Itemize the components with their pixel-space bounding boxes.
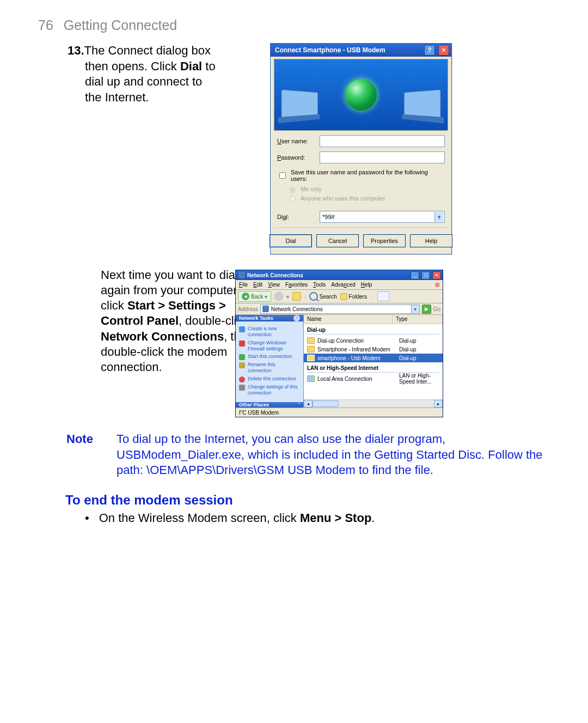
- radio-anyone-label: Anyone who uses this computer: [301, 195, 385, 202]
- connection-icon: [307, 355, 315, 361]
- dial-button[interactable]: Dial: [270, 234, 312, 247]
- task-rename[interactable]: Rename this connection: [239, 362, 300, 374]
- list-item-selected[interactable]: smartphone - Usb ModemDial-up: [304, 354, 443, 362]
- network-connections-icon: [238, 272, 245, 278]
- end-session-heading: To end the modem session: [65, 493, 555, 508]
- toolbar: ◄ Back ▾ ▾ | Search Folders |: [236, 290, 443, 303]
- views-button[interactable]: [377, 291, 389, 301]
- address-label: Address: [238, 306, 258, 312]
- lan-icon: [307, 375, 315, 382]
- dialog-titlebar[interactable]: Connect Smartphone - USB Modem ? ×: [271, 44, 451, 57]
- laptop-left-icon: [281, 89, 318, 119]
- list-item[interactable]: Smartphone - Infrared ModemDial-up: [304, 345, 443, 354]
- other-places-header[interactable]: Other Places ˆ: [236, 402, 303, 408]
- address-bar: Address Network Connections ▾ ▶ Go: [236, 303, 443, 315]
- page-title: Getting Connected: [64, 17, 177, 33]
- chevron-down-icon[interactable]: ▾: [286, 294, 289, 300]
- help-button[interactable]: Help: [410, 234, 452, 247]
- column-headers[interactable]: Name Type: [304, 315, 443, 324]
- forward-button: [274, 292, 283, 301]
- note-text: To dial up to the Internet, you can also…: [117, 432, 555, 478]
- dial-combo[interactable]: *99# ▾: [320, 211, 445, 223]
- radio-anyone: Anyone who uses this computer: [287, 195, 445, 202]
- col-type-header[interactable]: Type: [393, 315, 443, 324]
- page-number: 76: [38, 17, 53, 33]
- step-text-bold: Dial: [180, 59, 202, 73]
- menu-tools[interactable]: Tools: [313, 282, 326, 288]
- radio-me-only: Me only: [287, 185, 445, 193]
- radio-anyone-input: [290, 196, 296, 202]
- chevron-down-icon[interactable]: ▾: [411, 305, 419, 313]
- username-input[interactable]: [320, 135, 445, 147]
- back-arrow-icon: ◄: [242, 293, 249, 300]
- wizard-icon: [239, 326, 245, 332]
- connection-icon: [307, 346, 315, 353]
- laptop-right-icon: [404, 89, 441, 119]
- play-icon: [239, 354, 245, 360]
- connect-dialog: Connect Smartphone - USB Modem ? × User …: [270, 43, 452, 254]
- dialog-hero-image: [274, 59, 448, 131]
- help-icon[interactable]: ?: [424, 45, 435, 56]
- rename-icon: [239, 362, 245, 368]
- save-label: Save this user name and password for the…: [291, 169, 445, 182]
- save-checkbox-input[interactable]: [279, 172, 286, 179]
- folders-button[interactable]: Folders: [340, 293, 367, 300]
- menu-favorites[interactable]: Favorites: [285, 282, 308, 288]
- menu-view[interactable]: View: [268, 282, 280, 288]
- close-icon[interactable]: ×: [438, 45, 449, 56]
- step-13: 13.The Connect dialog box then opens. Cl…: [85, 43, 218, 105]
- collapse-icon[interactable]: ˆ: [293, 315, 300, 321]
- group-lan: LAN or High-Speed Internet: [307, 365, 439, 373]
- menu-help[interactable]: Help: [361, 282, 372, 288]
- password-label: Password:: [277, 154, 315, 161]
- menu-file[interactable]: File: [239, 282, 248, 288]
- chevron-down-icon[interactable]: ▾: [434, 212, 444, 222]
- note-block: Note To dial up to the Internet, you can…: [66, 432, 555, 478]
- minimize-icon[interactable]: _: [411, 271, 419, 280]
- maximize-icon[interactable]: □: [421, 271, 430, 280]
- save-credentials-checkbox[interactable]: Save this user name and password for the…: [277, 169, 445, 182]
- col-name-header[interactable]: Name: [304, 315, 393, 324]
- list-item[interactable]: Dial-up ConnectionDial-up: [304, 336, 443, 345]
- scroll-right-icon[interactable]: ▸: [434, 400, 443, 408]
- collapse-icon[interactable]: ˆ: [298, 402, 300, 408]
- task-firewall[interactable]: Change Windows Firewall settings: [239, 340, 300, 353]
- task-settings[interactable]: Change settings of this connection: [239, 384, 300, 397]
- menu-edit[interactable]: Edit: [253, 282, 262, 288]
- task-start-connection[interactable]: Start this connection: [239, 354, 300, 360]
- close-icon[interactable]: ×: [432, 271, 441, 280]
- horizontal-scrollbar[interactable]: ◂ ▸: [304, 399, 443, 408]
- dialog-title: Connect Smartphone - USB Modem: [275, 46, 421, 54]
- back-button[interactable]: ◄ Back ▾: [238, 291, 271, 302]
- up-folder-button[interactable]: [292, 292, 301, 301]
- task-delete[interactable]: Delete this connection: [239, 376, 300, 382]
- chevron-down-icon[interactable]: ▾: [265, 294, 267, 300]
- bullet-icon: •: [85, 511, 89, 525]
- password-input[interactable]: [320, 151, 445, 163]
- explorer-title: Network Connections: [247, 272, 408, 278]
- page-header: 76 Getting Connected: [38, 17, 555, 33]
- properties-button[interactable]: Properties: [363, 234, 406, 247]
- cancel-button[interactable]: Cancel: [316, 234, 359, 247]
- list-item[interactable]: Local Area ConnectionLAN or High-Speed I…: [304, 374, 443, 383]
- explorer-titlebar[interactable]: Network Connections _ □ ×: [236, 270, 443, 280]
- address-input[interactable]: Network Connections ▾: [260, 305, 420, 314]
- folder-icon: [340, 293, 347, 300]
- search-icon: [309, 292, 318, 301]
- task-create-connection[interactable]: Create a new connection: [239, 326, 300, 338]
- connection-icon: [307, 337, 315, 344]
- search-button[interactable]: Search: [309, 292, 337, 301]
- menu-bar[interactable]: File Edit View Favorites Tools Advanced …: [236, 280, 443, 290]
- go-button[interactable]: ▶: [422, 305, 431, 314]
- end-session-bullet: • On the Wireless Modem screen, click Me…: [85, 511, 555, 525]
- dial-label: Dial:: [277, 214, 315, 220]
- menu-advanced[interactable]: Advanced: [331, 282, 355, 288]
- network-tasks-header[interactable]: Network Tasks ˆ: [236, 315, 303, 321]
- status-bar: I"C USB Modem: [236, 408, 443, 417]
- file-list: Name Type Dial-up Dial-up ConnectionDial…: [304, 315, 443, 408]
- step-number: 13.: [68, 44, 84, 57]
- scroll-thumb[interactable]: [313, 400, 339, 407]
- shield-icon: [239, 341, 245, 347]
- scroll-left-icon[interactable]: ◂: [304, 400, 313, 408]
- group-dialup: Dial-up: [307, 327, 439, 335]
